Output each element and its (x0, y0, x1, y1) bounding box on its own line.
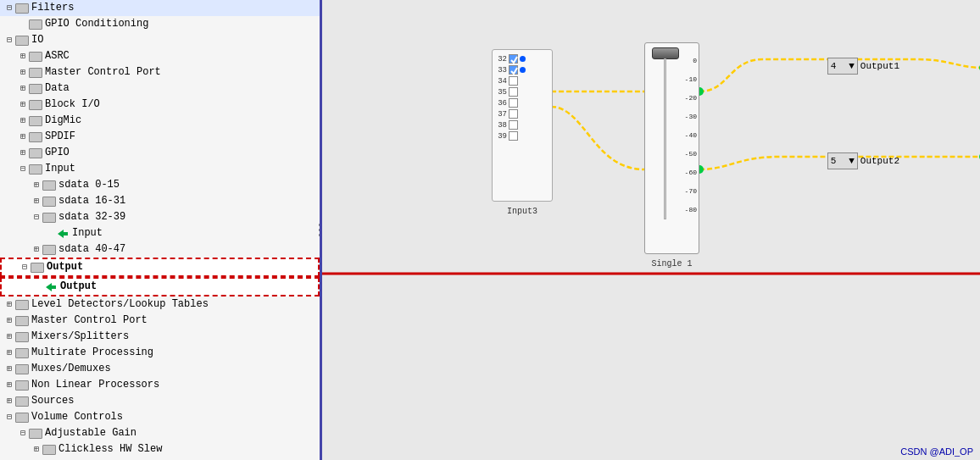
tree-item-master-ctrl[interactable]: ⊞Master Control Port (0, 313, 320, 329)
tree-item-asrc[interactable]: ⊞ASRC (0, 48, 320, 64)
tree-item-input-leaf[interactable]: Input (0, 225, 320, 241)
expand-icon-sdata-0-15[interactable]: ⊞ (31, 180, 42, 191)
ch-checkbox-36[interactable] (509, 98, 518, 108)
expand-icon-volume-controls[interactable]: ⊟ (3, 412, 15, 424)
canvas-panel: 3233343536373839 Input3 0 -10 -20 -30 -4… (322, 0, 980, 460)
folder-icon-muxes (15, 364, 29, 374)
tree-item-sdata-0-15[interactable]: ⊞sdata 0-15 (0, 177, 320, 193)
folder-icon-sources (15, 396, 29, 407)
tree-item-data[interactable]: ⊞Data (0, 80, 320, 97)
tree-label-multirate: Multirate Processing (31, 346, 153, 360)
tree-item-output-parent[interactable]: ⊟Output (0, 258, 320, 277)
input3-rows: 3233343536373839 (495, 54, 526, 141)
expand-icon-io[interactable]: ⊟ (3, 35, 15, 47)
expand-icon-clickless-hw-slew[interactable]: ⊞ (31, 444, 42, 456)
fader-thumb[interactable] (652, 47, 679, 59)
tree-item-mixers[interactable]: ⊞Mixers/Splitters (0, 329, 320, 345)
tree-item-muxes[interactable]: ⊞Muxes/Demuxes (0, 361, 320, 377)
expand-icon-data[interactable]: ⊞ (17, 83, 29, 95)
folder-icon-block-io (29, 100, 42, 110)
expand-icon-input-leaf[interactable] (44, 228, 56, 240)
resize-handle[interactable] (316, 0, 322, 460)
expand-icon-muxes[interactable]: ⊞ (3, 363, 15, 375)
tree-item-filters[interactable]: ⊟Filters (0, 0, 320, 16)
tree-item-input[interactable]: ⊟Input (0, 161, 320, 177)
output2-select[interactable]: 5 ▼ (827, 152, 858, 169)
expand-icon-gpio[interactable]: ⊞ (17, 147, 29, 159)
tree-item-output-leaf[interactable]: Output (0, 277, 320, 297)
channel-row-39: 39 (495, 131, 526, 141)
expand-icon-sdata-32-39[interactable]: ⊟ (31, 212, 42, 224)
tree-item-block-io[interactable]: ⊞Block I/O (0, 97, 320, 113)
ch-num-34: 34 (495, 77, 507, 86)
expand-icon-master-ctrl-port[interactable]: ⊞ (17, 67, 29, 79)
expand-icon-output-leaf[interactable] (32, 281, 44, 293)
tree-item-digmic[interactable]: ⊞DigMic (0, 113, 320, 129)
ch-checkbox-33[interactable] (509, 65, 518, 75)
tree-item-spdif[interactable]: ⊞SPDIF (0, 129, 320, 145)
folder-icon-volume-controls (15, 413, 29, 423)
output2-dropdown-icon[interactable]: ▼ (849, 156, 855, 166)
tree-item-gpio-cond[interactable]: GPIO Conditioning (0, 16, 320, 32)
tree-label-master-ctrl: Master Control Port (31, 313, 148, 328)
folder-icon-master-ctrl-port (29, 68, 42, 78)
expand-icon-gpio-cond[interactable] (17, 19, 29, 30)
tree-label-muxes: Muxes/Demuxes (31, 362, 111, 376)
tree-label-mixers: Mixers/Splitters (31, 330, 129, 344)
expand-icon-sources[interactable]: ⊞ (3, 396, 15, 407)
expand-icon-digmic[interactable]: ⊞ (17, 115, 29, 127)
expand-icon-block-io[interactable]: ⊞ (17, 99, 29, 111)
expand-icon-master-ctrl[interactable]: ⊞ (3, 315, 15, 327)
tree-label-sources: Sources (31, 394, 74, 408)
single1-block[interactable]: 0 -10 -20 -30 -40 -50 -60 -70 -80 Single… (644, 42, 699, 254)
channel-row-32: 32 (495, 54, 526, 64)
input3-block[interactable]: 3233343536373839 Input3 (492, 49, 553, 202)
tree-item-adjustable-gain[interactable]: ⊟Adjustable Gain (0, 425, 320, 441)
expand-icon-sdata-16-31[interactable]: ⊞ (31, 196, 42, 208)
tree-label-asrc: ASRC (45, 49, 70, 64)
tree-label-data: Data (45, 81, 70, 96)
ch-checkbox-39[interactable] (509, 131, 518, 141)
expand-icon-nonlinear[interactable]: ⊞ (3, 380, 15, 391)
fader-track (664, 58, 666, 219)
tree-item-sources[interactable]: ⊞Sources (0, 393, 320, 409)
expand-icon-input[interactable]: ⊟ (17, 163, 29, 175)
tree-item-level-detectors[interactable]: ⊞Level Detectors/Lookup Tables (0, 297, 320, 313)
ch-checkbox-38[interactable] (509, 120, 518, 130)
expand-icon-spdif[interactable]: ⊞ (17, 131, 29, 143)
expand-icon-mixers[interactable]: ⊞ (3, 331, 15, 343)
channel-row-33: 33 (495, 65, 526, 75)
expand-icon-filters[interactable]: ⊟ (3, 3, 15, 14)
expand-icon-adjustable-gain[interactable]: ⊟ (17, 428, 29, 440)
expand-icon-level-detectors[interactable]: ⊞ (3, 299, 15, 311)
tree-label-filters: Filters (31, 1, 74, 15)
channel-row-37: 37 (495, 109, 526, 119)
tree-item-sdata-40-47[interactable]: ⊞sdata 40-47 (0, 241, 320, 258)
expand-icon-asrc[interactable]: ⊞ (17, 51, 29, 63)
tree-label-io: IO (31, 33, 43, 47)
ch-checkbox-37[interactable] (509, 109, 518, 119)
folder-icon-io (15, 36, 29, 46)
tree-label-master-ctrl-port: Master Control Port (45, 65, 161, 80)
output1-dropdown-icon[interactable]: ▼ (849, 61, 855, 71)
tree-item-clickless-hw-slew[interactable]: ⊞Clickless HW Slew (0, 441, 320, 457)
tree-item-volume-controls[interactable]: ⊟Volume Controls (0, 409, 320, 425)
ch-checkbox-32[interactable] (509, 54, 518, 64)
folder-icon-spdif (29, 132, 42, 142)
folder-icon-gpio-cond (29, 19, 42, 30)
ch-checkbox-35[interactable] (509, 87, 518, 97)
tree-label-input-leaf: Input (72, 226, 103, 241)
ch-checkbox-34[interactable] (509, 76, 518, 86)
output1-select[interactable]: 4 ▼ (827, 58, 858, 75)
tree-item-nonlinear[interactable]: ⊞Non Linear Processors (0, 377, 320, 393)
expand-icon-multirate[interactable]: ⊞ (3, 347, 15, 359)
tree-item-sdata-32-39[interactable]: ⊟sdata 32-39 (0, 209, 320, 225)
expand-icon-output-parent[interactable]: ⊟ (19, 262, 31, 274)
tree-item-gpio[interactable]: ⊞GPIO (0, 145, 320, 161)
tree-item-master-ctrl-port[interactable]: ⊞Master Control Port (0, 64, 320, 80)
tree-item-io[interactable]: ⊟IO (0, 32, 320, 48)
expand-icon-sdata-40-47[interactable]: ⊞ (31, 244, 42, 256)
tree-item-sdata-16-31[interactable]: ⊞sdata 16-31 (0, 193, 320, 209)
tree-item-multirate[interactable]: ⊞Multirate Processing (0, 345, 320, 361)
output2-box: 5 ▼ Output2 (827, 152, 899, 169)
